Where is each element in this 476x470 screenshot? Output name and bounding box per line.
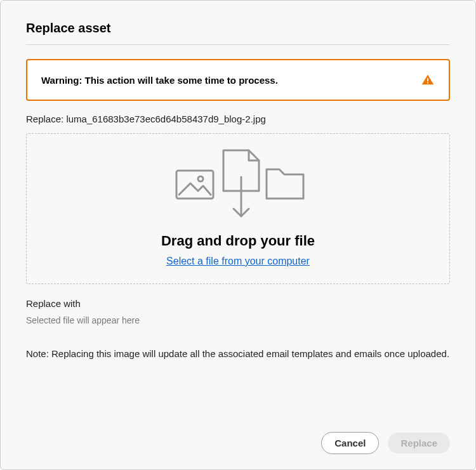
warning-banner: Warning: This action will take some time… [26,59,450,101]
note-text: Note: Replacing this image will update a… [26,347,450,362]
warning-text: Warning: This action will take some time… [41,75,278,86]
dropzone-title: Drag and drop your file [39,233,437,249]
dialog-button-row: Cancel Replace [321,432,450,454]
cancel-button[interactable]: Cancel [321,432,379,454]
dropzone-illustration [39,145,437,221]
select-file-link[interactable]: Select a file from your computer [166,256,310,267]
svg-point-3 [198,176,203,181]
replace-button[interactable]: Replace [388,433,450,454]
file-dropzone[interactable]: Drag and drop your file Select a file fr… [26,133,450,284]
replace-asset-dialog: Replace asset Warning: This action will … [0,0,476,470]
warning-icon [421,73,435,87]
svg-rect-1 [427,82,428,84]
svg-rect-0 [427,78,428,81]
selected-file-placeholder: Selected file will appear here [26,315,450,325]
replace-with-label: Replace with [26,298,450,309]
svg-rect-2 [176,171,213,199]
replace-filename-label: Replace: luma_61683b3e73ec6d64b58437d9_b… [26,114,450,124]
dialog-title: Replace asset [26,21,450,45]
current-filename: luma_61683b3e73ec6d64b58437d9_blog-2.jpg [66,114,265,124]
